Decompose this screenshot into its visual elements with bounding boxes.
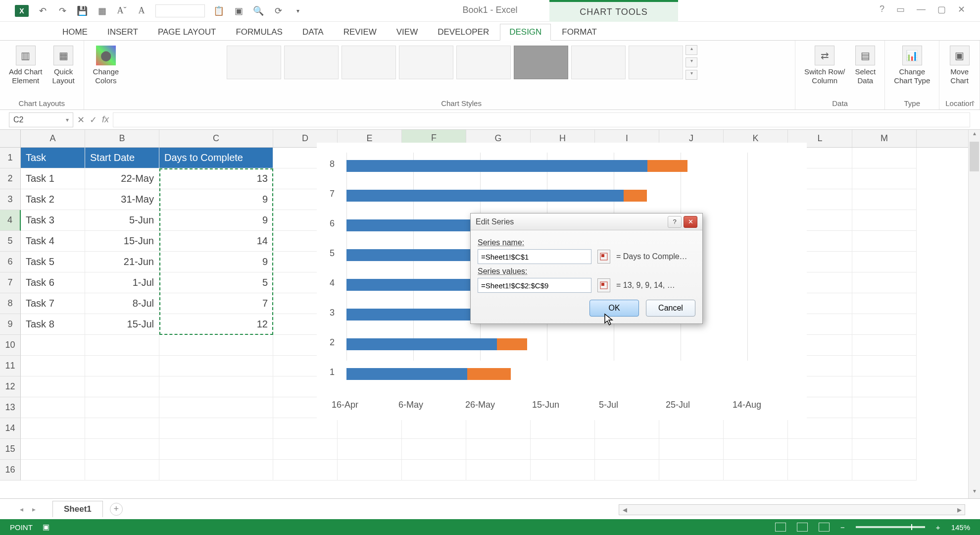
cell[interactable] [338, 460, 402, 481]
style-thumb[interactable] [571, 46, 626, 79]
column-header[interactable]: B [85, 130, 159, 147]
gallery-scroll[interactable]: ▴▾▾ [685, 44, 698, 81]
cell[interactable] [159, 397, 273, 418]
dialog-help-icon[interactable]: ? [668, 216, 682, 228]
qat-icon[interactable]: ▦ [96, 5, 108, 17]
select-all-corner[interactable] [0, 130, 21, 147]
cell[interactable] [724, 418, 788, 439]
cell[interactable] [159, 460, 273, 481]
cell[interactable] [85, 460, 159, 481]
cancel-formula-icon[interactable]: ✕ [77, 114, 85, 125]
cell[interactable] [531, 439, 595, 460]
ok-button[interactable]: OK [589, 300, 639, 317]
cell[interactable] [595, 439, 659, 460]
cell[interactable]: Task 6 [21, 272, 85, 293]
cell[interactable] [273, 439, 338, 460]
bar-segment-duration[interactable] [647, 160, 687, 172]
cell[interactable] [159, 335, 273, 356]
horizontal-scrollbar[interactable]: ◂▸ [619, 504, 965, 515]
zoom-slider[interactable] [856, 526, 925, 528]
cell[interactable] [338, 439, 402, 460]
row-header[interactable]: 16 [0, 460, 21, 481]
range-selector-icon[interactable] [597, 278, 610, 292]
view-page-break-icon[interactable] [819, 523, 830, 532]
cell[interactable] [21, 356, 85, 376]
move-chart-button[interactable]: ▣Move Chart [947, 44, 973, 87]
cell[interactable] [852, 293, 917, 314]
bar-segment-start[interactable] [346, 368, 467, 380]
help-icon[interactable]: ? [880, 4, 884, 15]
cell[interactable] [21, 460, 85, 481]
cell[interactable] [852, 314, 917, 335]
style-thumb[interactable] [342, 46, 396, 79]
series-values-input[interactable] [478, 278, 591, 293]
cell[interactable]: 9 [159, 252, 273, 272]
row-header[interactable]: 7 [0, 272, 21, 293]
series-name-input[interactable] [478, 249, 591, 264]
row-header[interactable]: 12 [0, 376, 21, 397]
cell[interactable] [85, 376, 159, 397]
qat-icon-4[interactable]: 🔍 [252, 5, 264, 17]
view-page-layout-icon[interactable] [797, 523, 808, 532]
font-dec-icon[interactable]: A˘ [116, 5, 128, 17]
style-thumb-selected[interactable] [514, 46, 568, 79]
cancel-button[interactable]: Cancel [646, 300, 695, 317]
vertical-scrollbar[interactable]: ▴ ▾ [968, 130, 980, 498]
column-header[interactable]: A [21, 130, 85, 147]
cell[interactable] [788, 460, 852, 481]
row-header[interactable]: 1 [0, 148, 21, 168]
cell[interactable] [852, 460, 917, 481]
cell[interactable]: 7 [159, 293, 273, 314]
font-inc-icon[interactable]: A [136, 5, 147, 17]
cell[interactable] [85, 418, 159, 439]
cell[interactable] [402, 460, 466, 481]
cell[interactable] [659, 460, 724, 481]
cell[interactable]: 15-Jul [85, 314, 159, 335]
cell[interactable] [852, 189, 917, 210]
bar-segment-start[interactable] [346, 338, 497, 350]
cell[interactable]: 5 [159, 272, 273, 293]
cell[interactable] [466, 418, 531, 439]
bar-segment-start[interactable] [346, 190, 624, 202]
cell[interactable] [788, 439, 852, 460]
cell[interactable] [273, 460, 338, 481]
cell[interactable] [85, 397, 159, 418]
tab-data[interactable]: DATA [294, 24, 333, 40]
cell[interactable]: 12 [159, 314, 273, 335]
cell[interactable] [159, 356, 273, 376]
cell[interactable] [852, 168, 917, 189]
formula-input[interactable] [113, 112, 970, 127]
row-header[interactable]: 2 [0, 168, 21, 189]
redo-icon[interactable]: ↷ [56, 5, 68, 17]
tab-page-layout[interactable]: PAGE LAYOUT [149, 24, 225, 40]
cell[interactable] [659, 418, 724, 439]
cell[interactable]: 9 [159, 210, 273, 231]
cell[interactable] [273, 418, 338, 439]
cell[interactable] [852, 210, 917, 231]
cell[interactable] [852, 335, 917, 356]
row-header[interactable]: 6 [0, 252, 21, 272]
cell[interactable] [724, 460, 788, 481]
row-header[interactable]: 9 [0, 314, 21, 335]
cell[interactable]: 9 [159, 189, 273, 210]
style-thumb[interactable] [227, 46, 281, 79]
save-icon[interactable]: 💾 [76, 5, 88, 17]
tab-design[interactable]: DESIGN [500, 24, 551, 41]
row-header[interactable]: 13 [0, 397, 21, 418]
cell[interactable]: 22-May [85, 168, 159, 189]
row-header[interactable]: 8 [0, 293, 21, 314]
bar-segment-duration[interactable] [467, 368, 511, 380]
enter-formula-icon[interactable]: ✓ [90, 114, 97, 125]
cell[interactable] [659, 439, 724, 460]
chart-styles-gallery[interactable] [225, 44, 685, 81]
cell[interactable]: Task 7 [21, 293, 85, 314]
cell[interactable]: 8-Jul [85, 293, 159, 314]
cell[interactable] [21, 376, 85, 397]
row-header[interactable]: 10 [0, 335, 21, 356]
row-header[interactable]: 14 [0, 418, 21, 439]
cell[interactable]: 14 [159, 231, 273, 252]
cell[interactable] [852, 252, 917, 272]
cell[interactable]: Start Date [85, 148, 159, 168]
row-header[interactable]: 11 [0, 356, 21, 376]
cell[interactable] [21, 397, 85, 418]
